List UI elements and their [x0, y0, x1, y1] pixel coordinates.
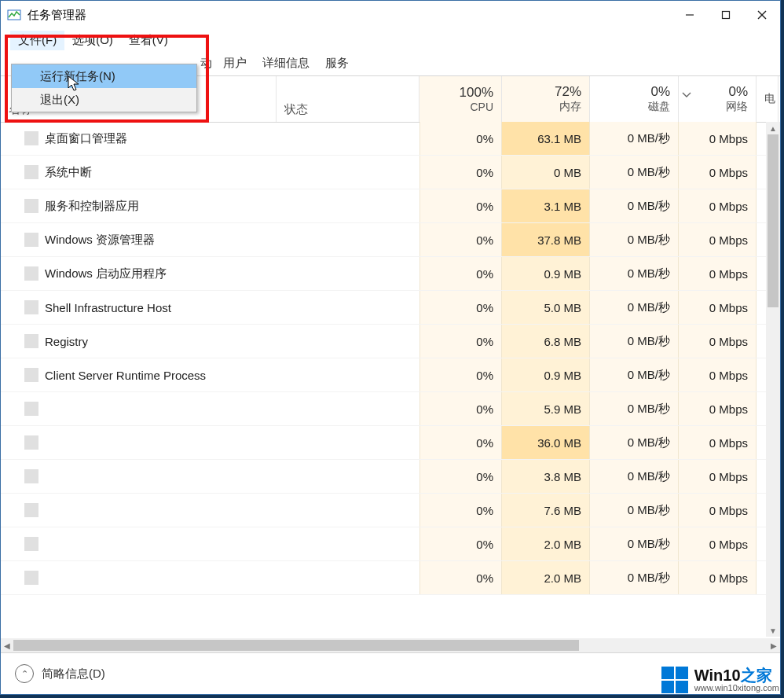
process-name: Windows 资源管理器 — [45, 233, 155, 248]
process-icon — [24, 571, 38, 585]
svg-rect-2 — [723, 12, 730, 19]
process-disk: 0 MB/秒 — [590, 223, 679, 256]
process-name: Registry — [45, 335, 88, 348]
process-disk: 0 MB/秒 — [590, 257, 679, 290]
col-mem-label: 内存 — [559, 100, 581, 114]
menu-item-exit[interactable]: 退出(X) — [12, 88, 196, 112]
col-net-pct: 0% — [728, 84, 748, 100]
process-status — [277, 223, 419, 256]
process-mem: 37.8 MB — [502, 223, 590, 256]
process-status — [277, 561, 419, 594]
scroll-down-icon[interactable]: ▼ — [766, 624, 780, 637]
col-cpu-label: CPU — [470, 101, 493, 113]
process-icon — [24, 469, 38, 483]
scroll-thumb[interactable] — [768, 134, 779, 307]
process-cpu: 0% — [419, 494, 502, 527]
table-row[interactable]: Client Server Runtime Process0%0.9 MB0 M… — [1, 358, 780, 392]
col-disk-pct: 0% — [650, 84, 670, 100]
process-net: 0 Mbps — [679, 291, 757, 324]
minimize-button[interactable] — [672, 2, 708, 28]
hscroll-thumb[interactable] — [13, 640, 579, 651]
table-row[interactable]: 系统中断0%0 MB0 MB/秒0 Mbps — [1, 156, 780, 189]
process-disk: 0 MB/秒 — [590, 426, 679, 459]
process-icon — [24, 537, 38, 551]
tab-fragment[interactable]: 动 — [200, 51, 215, 75]
col-net[interactable]: 0% 网络 — [679, 76, 757, 122]
process-disk: 0 MB/秒 — [590, 122, 679, 155]
close-button[interactable] — [744, 2, 780, 28]
col-status-label: 状态 — [284, 102, 411, 117]
col-last[interactable]: 电 — [757, 76, 779, 122]
process-cpu: 0% — [419, 291, 502, 324]
process-disk: 0 MB/秒 — [590, 561, 679, 594]
horizontal-scrollbar[interactable]: ◀ ▶ — [1, 638, 780, 652]
process-icon — [24, 368, 38, 382]
table-row[interactable]: 桌面窗口管理器0%63.1 MB0 MB/秒0 Mbps — [1, 122, 780, 156]
vertical-scrollbar[interactable]: ▲ ▼ — [766, 122, 780, 637]
tab-users[interactable]: 用户 — [215, 51, 255, 75]
table-row[interactable]: 0%3.8 MB0 MB/秒0 Mbps — [1, 460, 780, 494]
table-row[interactable]: 0%7.6 MB0 MB/秒0 Mbps — [1, 494, 780, 527]
process-name: Client Server Runtime Process — [45, 369, 206, 382]
table-row[interactable]: Shell Infrastructure Host0%5.0 MB0 MB/秒0… — [1, 291, 780, 325]
col-mem[interactable]: 72% 内存 — [502, 76, 590, 122]
process-mem: 3.1 MB — [502, 189, 590, 222]
menu-options[interactable]: 选项(O) — [64, 31, 121, 50]
process-status — [277, 122, 419, 155]
process-disk: 0 MB/秒 — [590, 494, 679, 527]
col-cpu[interactable]: 100% CPU — [419, 76, 502, 122]
table-row[interactable]: Windows 资源管理器0%37.8 MB0 MB/秒0 Mbps — [1, 223, 780, 257]
process-name: Shell Infrastructure Host — [45, 301, 171, 314]
tab-details[interactable]: 详细信息 — [255, 51, 317, 75]
process-name: 桌面窗口管理器 — [45, 131, 127, 146]
process-icon — [24, 165, 38, 179]
process-cpu: 0% — [419, 426, 502, 459]
table-row[interactable]: 0%36.0 MB0 MB/秒0 Mbps — [1, 426, 780, 460]
process-net: 0 Mbps — [679, 325, 757, 358]
table-row[interactable]: Registry0%6.8 MB0 MB/秒0 Mbps — [1, 325, 780, 358]
process-net: 0 Mbps — [679, 527, 757, 560]
tab-services[interactable]: 服务 — [317, 51, 357, 75]
scroll-left-icon[interactable]: ◀ — [1, 638, 13, 652]
process-status — [277, 392, 419, 425]
process-status — [277, 358, 419, 391]
process-net: 0 Mbps — [679, 189, 757, 222]
table-row[interactable]: 服务和控制器应用0%3.1 MB0 MB/秒0 Mbps — [1, 189, 780, 223]
maximize-button[interactable] — [708, 2, 744, 28]
process-cpu: 0% — [419, 223, 502, 256]
col-disk[interactable]: 0% 磁盘 — [590, 76, 679, 122]
menu-view[interactable]: 查看(V) — [121, 31, 176, 50]
scroll-right-icon[interactable]: ▶ — [768, 638, 780, 652]
window-title: 任务管理器 — [27, 8, 86, 23]
fewer-details-button[interactable]: 简略信息(D) — [42, 667, 105, 681]
app-icon — [7, 8, 21, 22]
col-status[interactable]: 状态 — [277, 76, 419, 122]
process-grid: 名称 状态 100% CPU 72% 内存 0% 磁盘 0% 网络 — [1, 76, 780, 653]
process-cpu: 0% — [419, 527, 502, 560]
fewer-details-icon[interactable]: ⌃ — [15, 664, 34, 683]
watermark-url: www.win10xitong.com — [694, 683, 779, 692]
process-disk: 0 MB/秒 — [590, 325, 679, 358]
col-last-label: 电 — [764, 92, 770, 106]
table-row[interactable]: 0%2.0 MB0 MB/秒0 Mbps — [1, 561, 780, 595]
process-icon — [24, 300, 38, 314]
process-status — [277, 494, 419, 527]
table-row[interactable]: 0%5.9 MB0 MB/秒0 Mbps — [1, 392, 780, 426]
process-net: 0 Mbps — [679, 392, 757, 425]
process-disk: 0 MB/秒 — [590, 392, 679, 425]
process-status — [277, 189, 419, 222]
table-row[interactable]: 0%2.0 MB0 MB/秒0 Mbps — [1, 527, 780, 561]
process-status — [277, 291, 419, 324]
windows-logo-icon — [661, 667, 688, 693]
process-net: 0 Mbps — [679, 257, 757, 290]
process-icon — [24, 266, 38, 281]
menu-item-run-new-task[interactable]: 运行新任务(N) — [12, 64, 196, 88]
process-cpu: 0% — [419, 189, 502, 222]
process-disk: 0 MB/秒 — [590, 527, 679, 560]
process-status — [277, 426, 419, 459]
scroll-up-icon[interactable]: ▲ — [766, 122, 780, 134]
menu-file[interactable]: 文件(F) — [10, 31, 64, 50]
table-row[interactable]: Windows 启动应用程序0%0.9 MB0 MB/秒0 Mbps — [1, 257, 780, 291]
chevron-up-icon: ⌃ — [21, 669, 28, 679]
process-icon — [24, 435, 38, 450]
